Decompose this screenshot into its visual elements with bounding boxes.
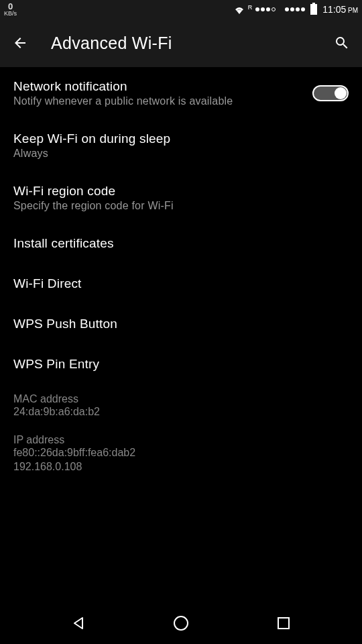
nav-recents-button[interactable] xyxy=(274,613,294,633)
setting-title: WPS Push Button xyxy=(13,317,349,331)
navigation-bar xyxy=(0,602,362,644)
ip-address-info: IP address fe80::26da:9bff:fea6:dab2 192… xyxy=(0,425,362,480)
time-ampm: PM xyxy=(346,7,358,14)
search-button[interactable] xyxy=(333,34,351,52)
svg-point-0 xyxy=(174,616,188,630)
speed-unit: KB/s xyxy=(4,11,17,17)
setting-subtitle: Specify the region code for Wi-Fi xyxy=(13,200,349,212)
status-right: R 11:05 PM xyxy=(233,4,358,15)
battery-icon xyxy=(310,4,317,15)
setting-title: Install certificates xyxy=(13,236,349,251)
setting-subtitle: Notify whenever a public network is avai… xyxy=(13,95,312,107)
app-header: Advanced Wi-Fi xyxy=(0,19,362,67)
roaming-indicator: R xyxy=(248,4,253,11)
network-notification-item[interactable]: Network notification Notify whenever a p… xyxy=(0,67,362,119)
back-button[interactable] xyxy=(11,34,29,52)
info-value: 24:da:9b:a6:da:b2 xyxy=(13,405,349,419)
page-title: Advanced Wi-Fi xyxy=(51,34,333,53)
network-speed: 0 KB/s xyxy=(4,2,17,17)
wifi-icon xyxy=(233,5,245,14)
svg-rect-1 xyxy=(278,618,289,629)
wps-push-button-item[interactable]: WPS Push Button xyxy=(0,305,362,345)
setting-title: Keep Wi-Fi on during sleep xyxy=(13,131,349,146)
settings-list: Network notification Notify whenever a p… xyxy=(0,67,362,479)
install-certificates-item[interactable]: Install certificates xyxy=(0,224,362,264)
info-label: MAC address xyxy=(13,393,349,405)
setting-title: WPS Pin Entry xyxy=(13,357,349,372)
mac-address-info: MAC address 24:da:9b:a6:da:b2 xyxy=(0,385,362,425)
info-value: 192.168.0.108 xyxy=(13,460,349,474)
keep-wifi-sleep-item[interactable]: Keep Wi-Fi on during sleep Always xyxy=(0,119,362,172)
info-label: IP address xyxy=(13,434,349,446)
clock: 11:05 PM xyxy=(322,4,358,15)
nav-back-button[interactable] xyxy=(68,613,88,633)
info-value: fe80::26da:9bff:fea6:dab2 xyxy=(13,446,349,460)
wps-pin-entry-item[interactable]: WPS Pin Entry xyxy=(0,345,362,385)
wifi-direct-item[interactable]: Wi-Fi Direct xyxy=(0,264,362,305)
status-bar: 0 KB/s R 11:05 PM xyxy=(0,0,362,19)
setting-title: Wi-Fi Direct xyxy=(13,276,349,291)
signal-2 xyxy=(285,7,305,11)
signal-1 xyxy=(255,7,276,11)
network-notification-toggle[interactable] xyxy=(312,85,349,101)
time-value: 11:05 xyxy=(322,4,346,15)
setting-title: Wi-Fi region code xyxy=(13,184,349,199)
setting-title: Network notification xyxy=(13,79,312,94)
nav-home-button[interactable] xyxy=(171,613,191,633)
wifi-region-code-item[interactable]: Wi-Fi region code Specify the region cod… xyxy=(0,172,362,224)
setting-subtitle: Always xyxy=(13,148,349,160)
